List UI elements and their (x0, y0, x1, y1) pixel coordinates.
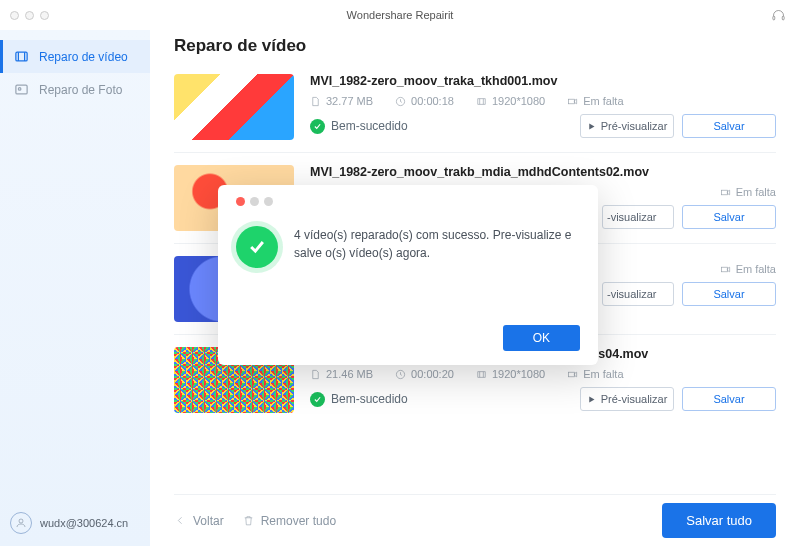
clock-icon (395, 369, 406, 380)
dialog-ok-button[interactable]: OK (503, 325, 580, 351)
video-thumbnail[interactable] (174, 74, 294, 140)
page-title: Reparo de vídeo (174, 36, 776, 56)
success-dialog: 4 vídeo(s) reparado(s) com sucesso. Pre-… (218, 185, 598, 365)
clock-icon (395, 96, 406, 107)
save-all-button[interactable]: Salvar tudo (662, 503, 776, 538)
app-title: Wondershare Repairit (0, 9, 800, 21)
camera-icon (567, 369, 578, 380)
svg-rect-0 (773, 16, 775, 20)
save-button[interactable]: Salvar (682, 205, 776, 229)
support-icon[interactable] (771, 8, 786, 26)
sidebar: Reparo de vídeo Reparo de Foto wudx@3006… (0, 30, 150, 546)
save-button[interactable]: Salvar (682, 114, 776, 138)
svg-rect-9 (721, 190, 727, 195)
user-email: wudx@300624.cn (40, 517, 128, 529)
svg-rect-12 (478, 371, 485, 377)
dialog-message: 4 vídeo(s) reparado(s) com sucesso. Pre-… (294, 226, 580, 262)
svg-rect-10 (721, 267, 727, 272)
video-meta: 32.77 MB 00:00:18 1920*1080 Em falta (310, 95, 776, 107)
back-button[interactable]: Voltar (174, 514, 224, 528)
preview-button[interactable]: -visualizar (602, 205, 674, 229)
svg-rect-2 (16, 52, 27, 61)
window-titlebar: Wondershare Repairit (0, 0, 800, 30)
preview-button[interactable]: Pré-visualizar (580, 387, 674, 411)
dialog-window-controls[interactable] (236, 197, 580, 206)
svg-point-5 (19, 519, 23, 523)
resolution-icon (476, 96, 487, 107)
avatar-icon (10, 512, 32, 534)
sidebar-item-photo-repair[interactable]: Reparo de Foto (0, 73, 150, 106)
video-repair-icon (14, 49, 29, 64)
sidebar-item-video-repair[interactable]: Reparo de vídeo (0, 40, 150, 73)
svg-rect-1 (782, 16, 784, 20)
photo-repair-icon (14, 82, 29, 97)
sidebar-item-label: Reparo de vídeo (39, 50, 128, 64)
remove-all-button[interactable]: Remover tudo (242, 514, 336, 528)
status-badge: Bem-sucedido (310, 119, 408, 134)
svg-rect-3 (16, 85, 27, 94)
file-icon (310, 369, 321, 380)
resolution-icon (476, 369, 487, 380)
footer: Voltar Remover tudo Salvar tudo (174, 494, 776, 546)
svg-point-4 (18, 88, 21, 91)
check-icon (310, 392, 325, 407)
video-meta: 21.46 MB 00:00:20 1920*1080 Em falta (310, 368, 776, 380)
preview-button[interactable]: -visualizar (602, 282, 674, 306)
video-filename: MVI_1982-zero_moov_trakb_mdia_mdhdConten… (310, 165, 776, 179)
camera-icon (720, 264, 731, 275)
user-account[interactable]: wudx@300624.cn (0, 500, 150, 546)
camera-icon (567, 96, 578, 107)
video-row: MVI_1982-zero_moov_traka_tkhd001.mov 32.… (174, 62, 776, 152)
success-check-icon (236, 226, 278, 268)
camera-icon (720, 187, 731, 198)
svg-rect-8 (569, 99, 575, 104)
check-icon (310, 119, 325, 134)
save-button[interactable]: Salvar (682, 387, 776, 411)
svg-rect-13 (569, 372, 575, 377)
file-icon (310, 96, 321, 107)
svg-rect-7 (478, 98, 485, 104)
save-button[interactable]: Salvar (682, 282, 776, 306)
status-badge: Bem-sucedido (310, 392, 408, 407)
video-filename: MVI_1982-zero_moov_traka_tkhd001.mov (310, 74, 776, 88)
sidebar-item-label: Reparo de Foto (39, 83, 122, 97)
preview-button[interactable]: Pré-visualizar (580, 114, 674, 138)
